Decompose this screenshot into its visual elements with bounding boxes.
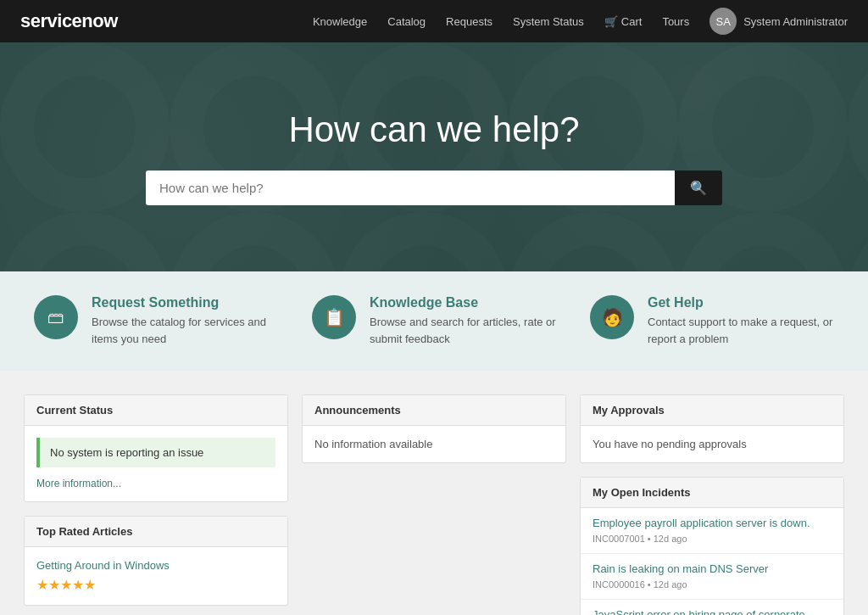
main-content: Current Status No system is reporting an…: [0, 371, 868, 615]
promo-knowledge[interactable]: 📋 Knowledge Base Browse and search for a…: [312, 295, 556, 347]
hero-heading: How can we help?: [288, 109, 579, 150]
search-button[interactable]: 🔍: [675, 171, 722, 205]
incident-item: JavaScript error on hiring page of corpo…: [581, 600, 843, 615]
status-bar: No system is reporting an issue: [36, 438, 275, 467]
announcements-card: Announcements No information available: [302, 394, 566, 463]
incidents-card: My Open Incidents Employee payroll appli…: [580, 477, 844, 615]
approvals-text: You have no pending approvals: [593, 438, 832, 450]
promo-request[interactable]: 🗃 Request Something Browse the catalog f…: [34, 295, 278, 347]
left-column: Current Status No system is reporting an…: [17, 388, 295, 615]
search-icon: 🔍: [690, 181, 707, 195]
promo-knowledge-title: Knowledge Base: [370, 295, 556, 310]
promo-help-desc: Contact support to make a request, or re…: [648, 314, 834, 347]
hero-section: How can we help? 🔍: [0, 42, 868, 271]
announcements-body: No information available: [303, 426, 565, 462]
avatar: SA: [709, 8, 737, 35]
incident-title-2[interactable]: JavaScript error on hiring page of corpo…: [593, 608, 832, 615]
approvals-body: You have no pending approvals: [581, 426, 843, 462]
approvals-header: My Approvals: [581, 395, 843, 426]
top-rated-body: Getting Around in Windows ★★★★★: [25, 547, 287, 605]
more-info-link[interactable]: More information...: [36, 478, 121, 489]
navbar: servicenow Knowledge Catalog Requests Sy…: [0, 0, 868, 42]
incident-title-1[interactable]: Rain is leaking on main DNS Server: [593, 562, 832, 575]
nav-requests[interactable]: Requests: [446, 15, 492, 28]
cart-icon: 🛒: [604, 15, 618, 28]
request-icon: 🗃: [34, 295, 78, 339]
promo-strip: 🗃 Request Something Browse the catalog f…: [0, 271, 868, 371]
promo-request-title: Request Something: [92, 295, 278, 310]
nav-tours[interactable]: Tours: [662, 15, 689, 28]
incidents-list: Employee payroll application server is d…: [581, 508, 843, 615]
promo-knowledge-desc: Browse and search for articles, rate or …: [370, 314, 556, 347]
incident-item: Rain is leaking on main DNS Server INC00…: [581, 554, 843, 600]
incidents-header: My Open Incidents: [581, 478, 843, 508]
current-status-header: Current Status: [25, 395, 287, 426]
logo[interactable]: servicenow: [20, 10, 118, 32]
help-icon: 🧑: [590, 295, 634, 339]
middle-column: Announcements No information available: [295, 388, 573, 615]
promo-request-desc: Browse the catalog for services and item…: [92, 314, 278, 347]
search-input[interactable]: [146, 171, 675, 205]
nav-links: Knowledge Catalog Requests System Status…: [313, 8, 848, 35]
nav-catalog[interactable]: Catalog: [387, 15, 426, 28]
approvals-card: My Approvals You have no pending approva…: [580, 394, 844, 463]
current-status-card: Current Status No system is reporting an…: [24, 394, 288, 502]
current-status-body: No system is reporting an issue More inf…: [25, 426, 287, 501]
incident-title-0[interactable]: Employee payroll application server is d…: [593, 517, 832, 529]
nav-knowledge[interactable]: Knowledge: [313, 15, 367, 28]
incident-meta-1: INC0000016 • 12d ago: [593, 579, 687, 590]
search-bar: 🔍: [146, 171, 722, 205]
knowledge-icon: 📋: [312, 295, 356, 339]
nav-system-status[interactable]: System Status: [513, 15, 584, 28]
top-rated-card: Top Rated Articles Getting Around in Win…: [24, 516, 288, 606]
status-text: No system is reporting an issue: [50, 446, 203, 459]
nav-cart[interactable]: 🛒 Cart: [604, 15, 643, 28]
incident-item: Employee payroll application server is d…: [581, 508, 843, 554]
announcements-header: Announcements: [303, 395, 565, 426]
article-link[interactable]: Getting Around in Windows: [36, 559, 275, 572]
right-column: My Approvals You have no pending approva…: [573, 388, 851, 615]
incident-meta-0: INC0007001 • 12d ago: [593, 534, 687, 544]
nav-user[interactable]: SA System Administrator: [709, 8, 848, 35]
announcements-text: No information available: [314, 438, 554, 450]
promo-help-title: Get Help: [648, 295, 834, 310]
top-rated-header: Top Rated Articles: [25, 517, 287, 547]
article-stars: ★★★★★: [36, 577, 275, 593]
promo-help[interactable]: 🧑 Get Help Contact support to make a req…: [590, 295, 834, 347]
